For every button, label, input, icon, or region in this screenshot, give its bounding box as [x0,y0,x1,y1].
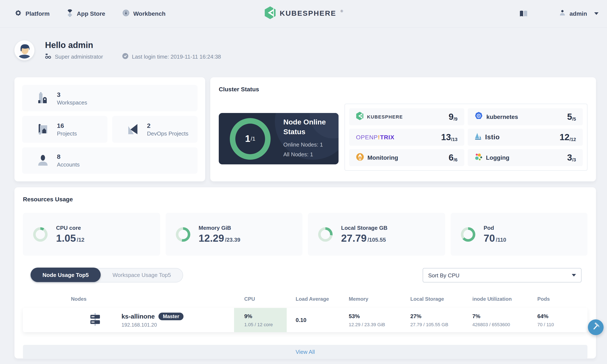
stat-workspaces[interactable]: 3 Workspaces [22,85,197,112]
nav-item-workbench[interactable]: Workbench [122,9,166,18]
inode-percent: 7% [472,313,527,319]
brand-wordmark: KUBESPHERE [280,9,336,18]
tab-node-usage-top5[interactable]: Node Usage Top5 [31,268,101,282]
cpu-cell: 9% 1.05 / 12 core [234,308,287,332]
logging-cluster-icon [475,153,483,162]
gauge-label: Memory GiB [199,224,240,231]
gauge-total: /23.39 [225,236,240,243]
component-total: /3 [572,157,576,162]
component-total: /12 [569,137,576,142]
stat-label: DevOps Projects [147,130,188,137]
cluster-components-grid: KUBESPHERE 9/9 kubernetes 5/5 [345,104,587,171]
gauge-used: 12.29 [199,232,224,244]
last-login: Last login time: 2019-11-11 16:24:38 [123,53,221,60]
header-right: admin [519,9,598,18]
top-nav-bar: Platform App Store Workbench [0,0,607,28]
component-count: 12 [560,132,570,142]
stat-label: Accounts [57,162,80,168]
online-nodes-label: Online Nodes: 1 [283,140,338,150]
prometheus-icon [356,153,364,162]
node-status-title: Node Online Status [283,118,338,137]
user-icon [559,9,566,18]
component-count: 3 [567,153,572,162]
toolbox-fab-button[interactable] [588,319,604,335]
component-name: Logging [486,154,509,161]
kubesphere-icon [356,112,364,122]
stat-projects[interactable]: 16 Projects [22,116,107,143]
local-storage-cell: 27% 27.79 / 105.55 GB [400,308,462,332]
view-all-link[interactable]: View All [296,349,315,355]
component-total: /6 [454,157,457,162]
gauge-label: Local Storage GB [341,224,387,231]
table-footer: View All [23,345,587,359]
openpitrix-logo: OPENP!TRIX [356,134,394,141]
nav-item-platform[interactable]: Platform [14,9,50,18]
component-count: 6 [449,153,453,162]
stats-card: 3 Workspaces 16 Projects 2 D [14,77,205,181]
docs-book-icon[interactable] [519,10,528,17]
node-total-count: /1 [251,135,255,142]
pods-percent: 64% [537,313,587,319]
node-online-status-card[interactable]: 1/1 Node Online Status Online Nodes: 1 A… [219,113,338,164]
gauge-used: 70 [484,232,495,244]
pods-cell: 64% 70 / 110 [527,308,587,332]
table-row-ks-allinone[interactable]: ks-allinone Master 192.168.101.20 9% 1.0… [23,308,587,332]
resources-usage-card: Resources Usage CPU core 1.05/12 Memory … [14,187,596,358]
gauge-local-storage: Local Storage GB 27.79/105.55 [308,213,445,256]
kubesphere-logo[interactable]: KUBESPHERE ® [264,6,343,21]
component-total: /9 [454,116,457,121]
workspaces-icon [37,92,49,104]
cluster-status-card: Cluster Status 1/1 Node Online Status On… [210,77,596,181]
stat-devops-projects[interactable]: 2 DevOps Projects [112,116,197,143]
gauge-used: 1.05 [56,232,76,244]
pods-detail: 70 / 110 [537,322,587,327]
inode-detail: 426803 / 6553600 [472,322,527,327]
stat-count: 8 [57,153,80,160]
resources-usage-title: Resources Usage [23,196,587,203]
node-online-count: 1 [245,133,250,144]
component-count: 9 [449,112,453,121]
kubesphere-logo-mark-icon [264,6,276,21]
all-nodes-label: All Nodes: 1 [283,150,338,160]
stat-count: 16 [57,122,77,129]
gauge-total: /110 [496,236,506,243]
devops-icon [127,123,139,136]
stat-accounts[interactable]: 8 Accounts [22,147,197,174]
gauge-label: Pod [484,224,506,231]
resource-gauges: CPU core 1.05/12 Memory GiB 12.29/23.39 … [23,213,587,256]
gauge-total: /12 [77,236,84,243]
load-average-value: 0.10 [296,317,338,323]
node-status-ring: 1/1 [230,118,271,159]
component-name: KUBESPHERE [367,114,403,119]
component-openpitrix: OPENP!TRIX 13/13 [349,129,464,146]
col-inode-utilization: inode Utilization [462,296,527,302]
storage-percent: 27% [410,313,462,319]
cpu-detail: 1.05 / 12 core [244,322,287,327]
inode-cell: 7% 426803 / 6553600 [462,308,527,332]
greeting-text: Hello admin Super administrator Last log… [45,40,221,60]
storage-donut [318,227,333,241]
server-icon [89,313,101,327]
memory-detail: 12.29 / 23.39 GiB [349,322,400,327]
gauge-memory: Memory GiB 12.29/23.39 [166,213,302,256]
sort-by-dropdown[interactable]: Sort By CPU [423,268,581,283]
component-logging: Logging 3/3 [468,149,583,166]
col-nodes: Nodes [23,296,234,302]
greeting-section: Hello admin Super administrator Last log… [14,40,593,60]
clock-check-icon [123,53,129,60]
nav-label: Platform [26,10,50,17]
gear-icon [14,9,22,18]
avatar[interactable] [14,40,34,60]
gauge-label: CPU core [56,224,85,231]
nav-item-app-store[interactable]: App Store [67,9,105,18]
cpu-donut [33,227,48,241]
storage-detail: 27.79 / 105.55 GB [410,322,462,327]
tab-workspace-usage-top5[interactable]: Workspace Usage Top5 [101,268,183,282]
component-count: 5 [567,112,572,121]
istio-icon [475,132,482,142]
stat-label: Projects [57,130,77,137]
gauge-used: 27.79 [341,232,367,244]
app-store-icon [67,9,73,18]
user-menu[interactable]: admin [559,9,598,18]
component-name: Istio [485,133,500,141]
